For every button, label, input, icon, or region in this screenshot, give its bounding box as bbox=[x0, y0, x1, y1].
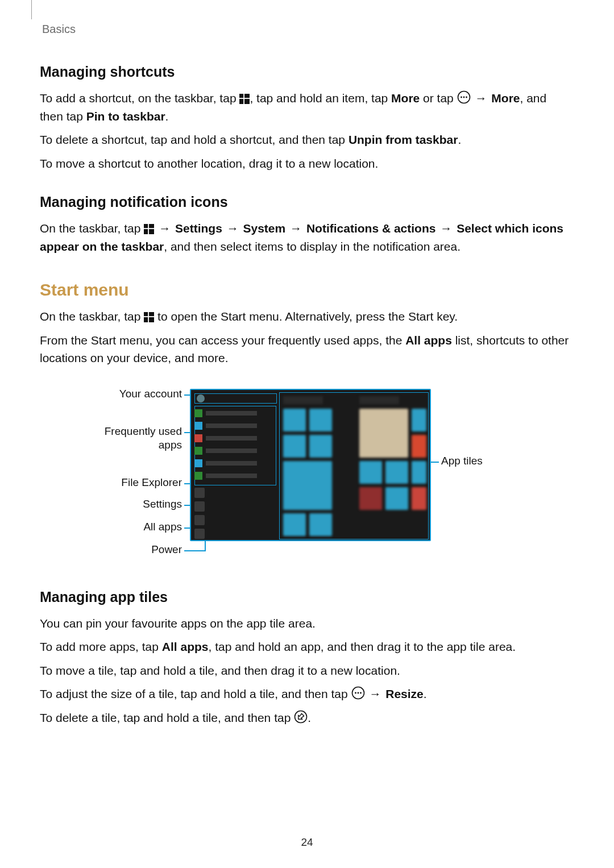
text: On the taskbar, tap bbox=[40, 222, 144, 235]
more-options-circle-icon bbox=[351, 686, 365, 700]
callout-power: Power bbox=[80, 543, 182, 556]
svg-point-17 bbox=[355, 692, 356, 694]
tile bbox=[359, 487, 382, 510]
svg-rect-13 bbox=[149, 312, 154, 316]
svg-rect-0 bbox=[239, 94, 243, 98]
figure-app-row bbox=[194, 421, 275, 432]
para-start-menu-open: On the taskbar, tap to open the Start me… bbox=[40, 308, 572, 326]
figure-app-row bbox=[194, 408, 275, 420]
arrow-icon: → bbox=[474, 89, 488, 107]
text: to open the Start menu. Alternatively, p… bbox=[154, 310, 458, 323]
arrow-icon: → bbox=[226, 219, 240, 238]
svg-rect-9 bbox=[149, 224, 154, 228]
figure-app-row bbox=[194, 433, 275, 445]
tile-group-header bbox=[283, 396, 323, 404]
para-tiles-delete: To delete a tile, tap and hold a tile, a… bbox=[40, 709, 572, 727]
figure-bottom-icons bbox=[194, 488, 210, 542]
start-icon bbox=[239, 94, 250, 104]
para-tiles-add: To add more apps, tap All apps, tap and … bbox=[40, 638, 572, 656]
text: , tap and hold an item, tap bbox=[250, 92, 391, 105]
tile bbox=[359, 409, 408, 458]
text-all-apps: All apps bbox=[405, 334, 452, 347]
callout-line bbox=[431, 462, 439, 463]
tile bbox=[412, 435, 426, 458]
text-resize: Resize bbox=[385, 687, 424, 700]
start-icon bbox=[144, 312, 154, 322]
tile bbox=[385, 487, 408, 510]
svg-rect-14 bbox=[144, 317, 148, 322]
text: To delete a shortcut, tap and hold a sho… bbox=[40, 133, 349, 146]
arrow-icon: → bbox=[368, 685, 382, 703]
page-tab-mark bbox=[25, 0, 32, 19]
heading-managing-app-tiles: Managing app tiles bbox=[40, 589, 572, 605]
callout-settings: Settings bbox=[80, 498, 182, 510]
tile bbox=[283, 435, 306, 458]
tile bbox=[309, 435, 332, 458]
text: On the taskbar, tap bbox=[40, 310, 144, 323]
tile-group-header bbox=[359, 396, 399, 404]
text: . bbox=[308, 711, 311, 724]
text: From the Start menu, you can access your… bbox=[40, 334, 405, 347]
para-shortcuts-delete: To delete a shortcut, tap and hold a sho… bbox=[40, 131, 572, 149]
heading-managing-shortcuts: Managing shortcuts bbox=[40, 64, 572, 80]
svg-rect-11 bbox=[149, 229, 154, 234]
power-icon bbox=[194, 515, 205, 525]
figure-start-menu-panel bbox=[190, 389, 431, 541]
text-settings: Settings bbox=[175, 222, 222, 235]
arrow-icon: → bbox=[439, 219, 453, 238]
text: , and then select items to display in th… bbox=[164, 240, 460, 253]
tile bbox=[309, 409, 332, 431]
figure-app-tiles-box bbox=[279, 392, 429, 539]
figure-account-row bbox=[194, 393, 277, 404]
svg-point-6 bbox=[463, 97, 464, 98]
text-notifications-actions: Notifications & actions bbox=[306, 222, 436, 235]
svg-rect-12 bbox=[144, 312, 148, 316]
arrow-icon: → bbox=[289, 219, 303, 238]
text-more: More bbox=[391, 92, 420, 105]
text-unpin-from-taskbar: Unpin from taskbar bbox=[349, 133, 458, 146]
callout-app-tiles: App tiles bbox=[441, 455, 483, 467]
svg-point-19 bbox=[360, 692, 362, 694]
avatar-icon bbox=[197, 394, 205, 402]
para-start-menu-desc: From the Start menu, you can access your… bbox=[40, 331, 572, 367]
text: To delete a tile, tap and hold a tile, a… bbox=[40, 711, 294, 724]
unpin-circle-icon bbox=[294, 710, 308, 724]
para-tiles-move: To move a tile, tap and hold a tile, and… bbox=[40, 662, 572, 680]
callout-your-account: Your account bbox=[80, 388, 182, 400]
callout-file-explorer: File Explorer bbox=[80, 476, 182, 489]
svg-rect-8 bbox=[144, 224, 148, 228]
text: . bbox=[424, 687, 427, 700]
text: To add a shortcut, on the taskbar, tap bbox=[40, 92, 239, 105]
figure-app-row bbox=[194, 446, 275, 457]
svg-point-20 bbox=[295, 711, 307, 722]
text-system: System bbox=[243, 222, 286, 235]
text: To adjust the size of a tile, tap and ho… bbox=[40, 687, 351, 700]
svg-rect-10 bbox=[144, 229, 148, 234]
text-more: More bbox=[491, 92, 520, 105]
all-apps-icon bbox=[194, 529, 205, 539]
gear-icon bbox=[194, 501, 205, 512]
callout-frequently-used-l1: Frequently used bbox=[80, 425, 182, 438]
heading-managing-notification-icons: Managing notification icons bbox=[40, 194, 572, 210]
svg-rect-15 bbox=[149, 317, 154, 322]
arrow-icon: → bbox=[157, 219, 172, 238]
text-all-apps: All apps bbox=[162, 640, 209, 653]
svg-rect-2 bbox=[239, 99, 243, 104]
para-tiles-resize: To adjust the size of a tile, tap and ho… bbox=[40, 685, 572, 703]
tile bbox=[385, 461, 408, 484]
more-options-circle-icon bbox=[457, 90, 471, 104]
svg-point-7 bbox=[466, 97, 467, 98]
tile bbox=[309, 513, 332, 536]
tile bbox=[412, 409, 426, 431]
text: . bbox=[458, 133, 461, 146]
callout-frequently-used-l2: apps bbox=[80, 439, 182, 451]
heading-start-menu: Start menu bbox=[40, 280, 572, 300]
svg-point-18 bbox=[357, 692, 359, 694]
text-pin-to-taskbar: Pin to taskbar bbox=[86, 110, 165, 123]
para-notification-icons: On the taskbar, tap → Settings → System … bbox=[40, 219, 572, 255]
text: . bbox=[165, 110, 169, 123]
page-number: 24 bbox=[0, 836, 614, 849]
para-tiles-pin: You can pin your favourite apps on the a… bbox=[40, 614, 572, 633]
tile bbox=[283, 461, 332, 510]
running-header: Basics bbox=[42, 23, 76, 36]
